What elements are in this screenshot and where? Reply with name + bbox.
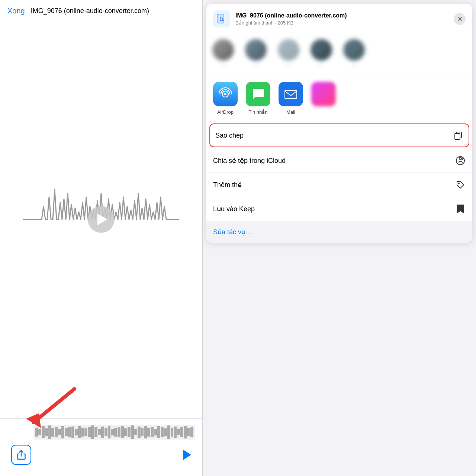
bottom-controls bbox=[7, 445, 195, 465]
share-file-info: IMG_9076 (online-audio-converter.com) Bả… bbox=[235, 12, 454, 26]
icloud-share-icon bbox=[455, 155, 466, 166]
blurred-app-icon bbox=[311, 82, 336, 106]
contact-name-4: — bbox=[319, 63, 324, 68]
svg-line-2 bbox=[33, 389, 74, 422]
action-keep[interactable]: Lưu vào Keep bbox=[206, 197, 472, 221]
tag-icon bbox=[455, 180, 466, 190]
contact-name-1: — bbox=[221, 63, 225, 68]
action-tag[interactable]: Thêm thẻ bbox=[206, 173, 472, 197]
play-button[interactable] bbox=[88, 206, 115, 233]
messages-icon bbox=[246, 82, 270, 106]
audio-file-icon bbox=[216, 13, 227, 25]
left-panel: Xong IMG_9076 (online-audio-converter.co… bbox=[0, 0, 203, 476]
copy-icon bbox=[453, 130, 463, 141]
play-icon bbox=[97, 213, 107, 225]
apps-row: AirDrop Tin nhắn Mail bbox=[206, 74, 472, 122]
mini-play-button[interactable] bbox=[183, 450, 191, 460]
red-arrow-annotation bbox=[22, 385, 82, 431]
share-button[interactable] bbox=[11, 445, 31, 465]
copy-label: Sao chép bbox=[215, 132, 244, 139]
svg-rect-9 bbox=[455, 134, 460, 139]
svg-point-11 bbox=[459, 157, 461, 160]
svg-marker-3 bbox=[26, 413, 41, 428]
contact-name-3: — bbox=[286, 63, 291, 68]
action-icloud[interactable]: Chia sẻ tệp trong iCloud bbox=[206, 149, 472, 173]
contacts-row: — — — — — bbox=[206, 33, 472, 74]
right-panel: IMG_9076 (online-audio-converter.com) Bả… bbox=[203, 0, 476, 476]
contact-item-2[interactable]: — bbox=[243, 39, 269, 68]
action-list: Sao chép Chia sẻ tệp trong iCloud bbox=[206, 123, 472, 243]
messages-label: Tin nhắn bbox=[249, 109, 268, 115]
svg-point-6 bbox=[224, 93, 226, 95]
svg-rect-7 bbox=[285, 90, 297, 99]
waveform-container bbox=[23, 182, 179, 257]
share-file-name: IMG_9076 (online-audio-converter.com) bbox=[235, 12, 454, 19]
file-icon bbox=[213, 10, 230, 28]
contact-name-5: — bbox=[352, 63, 356, 68]
mail-label: Mail bbox=[286, 109, 295, 115]
action-copy[interactable]: Sao chép bbox=[209, 123, 469, 147]
bookmark-icon bbox=[455, 204, 466, 214]
icloud-label: Chia sẻ tệp trong iCloud bbox=[213, 157, 286, 165]
audio-main-area bbox=[0, 20, 202, 418]
share-sheet: IMG_9076 (online-audio-converter.com) Bả… bbox=[206, 4, 472, 243]
page-title: IMG_9076 (online-audio-converter.com) bbox=[31, 7, 195, 15]
app-item-mail[interactable]: Mail bbox=[279, 82, 303, 115]
mail-icon bbox=[279, 82, 303, 106]
airdrop-label: AirDrop bbox=[217, 109, 234, 115]
done-button[interactable]: Xong bbox=[7, 7, 25, 15]
contact-item-3[interactable]: — bbox=[276, 39, 302, 68]
keep-label: Lưu vào Keep bbox=[213, 205, 255, 213]
left-header: Xong IMG_9076 (online-audio-converter.co… bbox=[0, 0, 202, 20]
tag-label: Thêm thẻ bbox=[213, 181, 242, 189]
svg-point-13 bbox=[458, 183, 460, 184]
action-edit-tasks[interactable]: Sửa tác vụ... bbox=[206, 221, 472, 243]
share-header: IMG_9076 (online-audio-converter.com) Bả… bbox=[206, 4, 472, 33]
contact-item-5[interactable]: — bbox=[341, 39, 367, 68]
svg-rect-4 bbox=[217, 14, 224, 23]
contact-name-2: — bbox=[254, 63, 258, 68]
edit-tasks-label: Sửa tác vụ... bbox=[213, 228, 251, 236]
airdrop-icon bbox=[213, 82, 238, 106]
close-button[interactable]: ✕ bbox=[454, 13, 466, 25]
share-icon bbox=[16, 450, 26, 460]
app-item-blurred[interactable] bbox=[311, 82, 336, 115]
contact-item-4[interactable]: — bbox=[308, 39, 334, 68]
contact-item-1[interactable]: — bbox=[210, 39, 236, 68]
app-item-airdrop[interactable]: AirDrop bbox=[213, 82, 238, 115]
share-file-meta: Bản ghi âm thanh · 205 KB bbox=[235, 20, 454, 26]
app-item-messages[interactable]: Tin nhắn bbox=[246, 82, 270, 115]
